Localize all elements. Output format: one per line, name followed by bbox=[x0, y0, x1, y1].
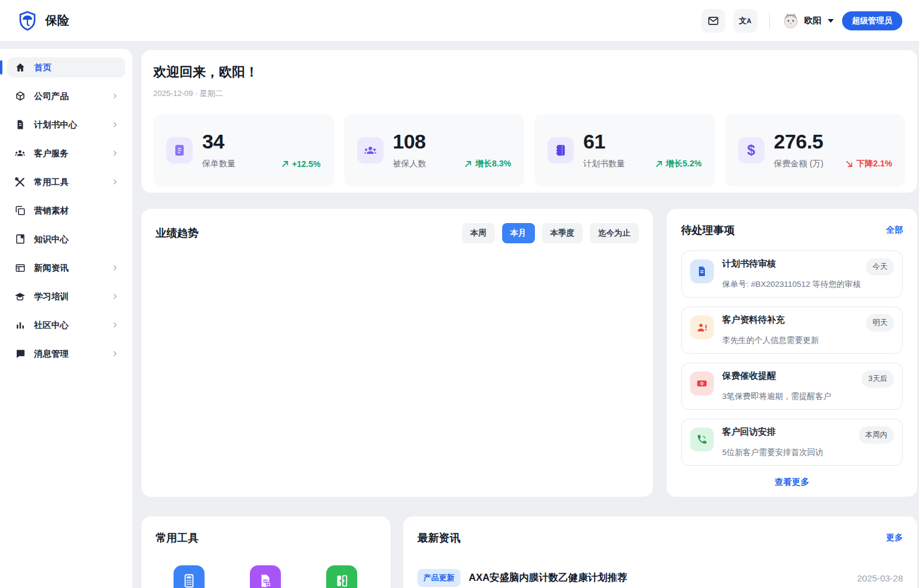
pending-item-title: 计划书待审核 bbox=[722, 258, 776, 270]
sidebar-item-label: 首页 bbox=[34, 62, 51, 73]
trend-up-icon bbox=[464, 160, 472, 168]
pending-item-desc: 保单号: #BX2023110512 等待您的审核 bbox=[722, 279, 894, 290]
chevron-right-icon bbox=[111, 120, 119, 129]
stat-value: 34 bbox=[202, 131, 321, 153]
pending-item-title: 客户资料待补充 bbox=[722, 314, 785, 326]
home-icon bbox=[14, 62, 26, 73]
stat-card-premium: $ 276.5 保费金额 (万) 下降2.1% bbox=[725, 114, 906, 186]
stat-label: 保费金额 (万) bbox=[774, 159, 824, 169]
see-more-link[interactable]: 查看更多 bbox=[681, 476, 903, 488]
news-more-link[interactable]: 更多 bbox=[886, 533, 903, 543]
trend-up-icon bbox=[281, 160, 289, 168]
sidebar-item-messages[interactable]: 消息管理 bbox=[7, 343, 125, 364]
sidebar-item-label: 营销素材 bbox=[34, 205, 69, 216]
latest-news-panel: 最新资讯 更多 产品更新 AXA安盛脑内膜计数乙健康计划推荐 2025-03-2… bbox=[403, 516, 917, 588]
chevron-right-icon bbox=[111, 292, 119, 301]
stat-value: 276.5 bbox=[774, 131, 893, 153]
chevron-right-icon bbox=[111, 321, 119, 329]
pending-items-panel: 待处理事项 全部 计划书待审核 今天 保单号: #BX2023110512 等待… bbox=[667, 209, 917, 497]
sidebar-item-products[interactable]: 公司产品 bbox=[7, 86, 125, 106]
sidebar-item-label: 社区中心 bbox=[34, 320, 69, 331]
chat-icon bbox=[14, 348, 26, 360]
phone-icon bbox=[690, 428, 714, 451]
bar-chart-icon bbox=[14, 320, 26, 331]
newspaper-icon bbox=[14, 262, 26, 274]
tools-icon bbox=[14, 177, 26, 188]
stat-card-policies: 34 保单数量 +12.5% bbox=[153, 114, 334, 186]
sidebar-item-community[interactable]: 社区中心 bbox=[7, 315, 125, 335]
due-badge: 明天 bbox=[866, 314, 894, 332]
sidebar-item-training[interactable]: 学习培训 bbox=[7, 286, 125, 307]
translate-icon: 文A bbox=[739, 17, 751, 24]
pending-item-desc: 5位新客户需要安排首次回访 bbox=[722, 447, 894, 458]
news-badge: 产品更新 bbox=[417, 569, 460, 587]
tab-this-week[interactable]: 本周 bbox=[462, 223, 495, 243]
pending-item-customer-info[interactable]: 客户资料待补充 明天 李先生的个人信息需要更新 bbox=[681, 307, 903, 354]
user-name: 欧阳 bbox=[804, 15, 822, 26]
product-box-icon bbox=[14, 91, 26, 102]
tools-title: 常用工具 bbox=[156, 532, 199, 544]
stat-trend-value: 增长5.2% bbox=[666, 159, 702, 169]
pending-item-customer-visit[interactable]: 客户回访安排 本周内 5位新客户需要安排首次回访 bbox=[681, 419, 903, 466]
sidebar-item-marketing[interactable]: 营销素材 bbox=[7, 200, 125, 221]
sidebar-item-label: 消息管理 bbox=[34, 348, 69, 360]
welcome-title: 欢迎回来，欧阳！ bbox=[153, 63, 905, 81]
pending-item-premium-reminder[interactable]: 保费催收提醒 3天后 3笔保费即将逾期，需提醒客户 bbox=[681, 363, 903, 410]
new-proposal-tool-button[interactable] bbox=[250, 565, 281, 588]
stat-trend-value: 增长8.3% bbox=[475, 159, 511, 169]
news-item-title: AXA安盛脑内膜计数乙健康计划推荐 bbox=[469, 571, 627, 584]
sidebar-item-proposals[interactable]: 计划书中心 bbox=[7, 114, 125, 135]
translate-button[interactable]: 文A bbox=[734, 9, 757, 33]
tab-this-month[interactable]: 本月 bbox=[502, 223, 535, 243]
graduation-cap-icon bbox=[14, 291, 26, 302]
pending-item-title: 保费催收提醒 bbox=[722, 370, 776, 382]
calculator-icon bbox=[181, 573, 197, 588]
sidebar-item-label: 客户服务 bbox=[34, 148, 69, 159]
sidebar-item-knowledge[interactable]: 知识中心 bbox=[7, 229, 125, 249]
chevron-right-icon bbox=[111, 178, 119, 186]
sidebar-item-home[interactable]: 首页 bbox=[7, 57, 125, 78]
pending-item-proposal-review[interactable]: 计划书待审核 今天 保单号: #BX2023110512 等待您的审核 bbox=[681, 250, 903, 298]
tab-to-date[interactable]: 迄今为止 bbox=[590, 223, 639, 243]
mail-icon bbox=[707, 15, 719, 27]
news-item[interactable]: 产品更新 AXA安盛脑内膜计数乙健康计划推荐 2025-03-28 bbox=[417, 569, 903, 587]
calculator-tool-button[interactable] bbox=[174, 565, 205, 588]
stat-value: 61 bbox=[583, 131, 702, 153]
user-menu[interactable]: 欧阳 bbox=[782, 12, 834, 30]
due-badge: 3天后 bbox=[862, 370, 894, 388]
news-item-date: 2025-03-28 bbox=[857, 573, 903, 583]
sidebar-item-tools[interactable]: 常用工具 bbox=[7, 172, 125, 192]
dashboard-root: 保险 文A bbox=[0, 0, 919, 588]
avatar bbox=[782, 12, 800, 30]
users-icon bbox=[14, 148, 26, 159]
stat-value: 108 bbox=[393, 131, 512, 153]
welcome-date: 2025-12-09 · 星期二 bbox=[153, 88, 905, 99]
navbar-actions: 文A 欧阳 超级管理员 bbox=[701, 9, 903, 33]
copy-icon bbox=[14, 205, 26, 216]
trend-down-icon bbox=[845, 160, 853, 168]
pending-all-link[interactable]: 全部 bbox=[886, 225, 903, 236]
mail-button[interactable] bbox=[701, 9, 725, 33]
sidebar-item-news[interactable]: 新闻资讯 bbox=[7, 258, 125, 278]
sidebar-item-label: 新闻资讯 bbox=[34, 262, 69, 274]
stat-trend-value: +12.5% bbox=[292, 159, 321, 169]
sidebar-item-label: 公司产品 bbox=[34, 91, 69, 102]
shield-umbrella-logo-icon bbox=[17, 10, 38, 32]
chevron-right-icon bbox=[111, 349, 119, 358]
payment-icon bbox=[690, 372, 714, 395]
tab-this-quarter[interactable]: 本季度 bbox=[542, 223, 583, 243]
pending-title: 待处理事项 bbox=[681, 223, 735, 237]
navbar-divider bbox=[769, 13, 770, 29]
top-navbar: 保险 文A bbox=[0, 0, 919, 42]
chevron-right-icon bbox=[111, 264, 119, 272]
sidebar-item-customer-service[interactable]: 客户服务 bbox=[7, 143, 125, 163]
role-button[interactable]: 超级管理员 bbox=[842, 11, 903, 30]
stat-card-proposals: 61 计划书数量 增长5.2% bbox=[534, 114, 715, 186]
chevron-right-icon bbox=[111, 149, 119, 157]
dollar-icon: $ bbox=[738, 137, 765, 163]
sidebar-item-label: 常用工具 bbox=[34, 177, 69, 188]
performance-trend-panel: 业绩趋势 本周 本月 本季度 迄今为止 bbox=[141, 209, 653, 497]
new-document-icon bbox=[258, 573, 273, 588]
compare-tool-button[interactable] bbox=[326, 565, 357, 588]
document-icon bbox=[14, 119, 26, 131]
